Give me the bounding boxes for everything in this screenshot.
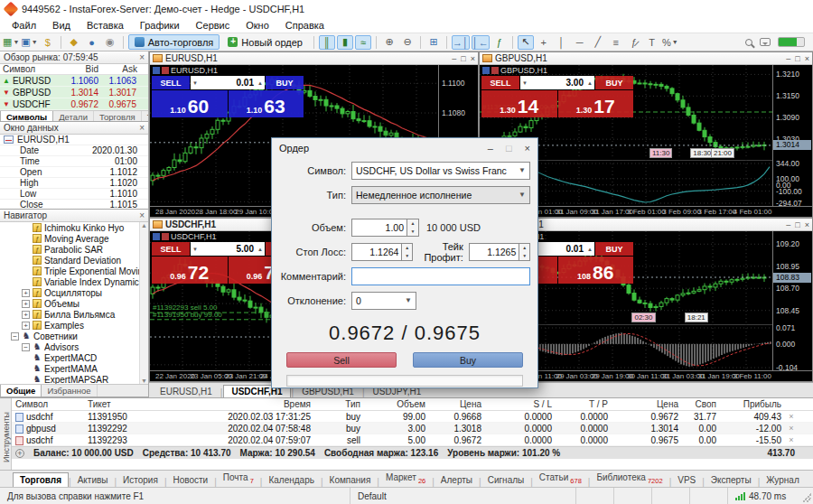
menu-item[interactable]: Окно (238, 19, 277, 32)
market-watch-tab-детали[interactable]: Детали (53, 111, 94, 122)
minimize-icon[interactable]: – (786, 220, 790, 229)
price-axis[interactable]: 1.32101.31501.30901.30301.3014344.00100.… (772, 65, 812, 206)
depth-of-market-icon[interactable] (482, 67, 490, 74)
dialog-close-icon[interactable]: × (525, 143, 530, 154)
tile-windows-icon[interactable]: ⊞ (425, 35, 442, 50)
close-position-icon[interactable]: × (785, 435, 798, 444)
stoploss-stepper[interactable]: ▲▼ (402, 243, 413, 261)
statusbar-profile[interactable]: Default (350, 488, 575, 504)
maximize-icon[interactable]: □ (461, 54, 465, 63)
order-type-select[interactable]: Немедленное исполнение▼ (351, 186, 530, 204)
chart-tab-eurusd[interactable]: EURUSD,H1 (153, 386, 220, 397)
sell-price[interactable]: 1.3014 (481, 90, 557, 117)
volume-value[interactable]: 3.00 (529, 78, 585, 88)
cursor-icon[interactable]: ↖ (518, 35, 534, 50)
buy-button[interactable]: BUY (595, 242, 633, 256)
menu-item[interactable]: Файл (4, 19, 44, 32)
toolbox-tab-эксперты[interactable]: Эксперты (705, 473, 758, 487)
expand-icon[interactable]: + (22, 322, 30, 330)
maximize-icon[interactable]: □ (795, 54, 799, 63)
line-chart-icon[interactable]: ≈ (355, 35, 371, 50)
depth-of-market-icon[interactable] (153, 233, 160, 240)
collapse-icon[interactable]: − (22, 343, 30, 351)
price-axis[interactable]: 109.20108.95108.70108.45108.830.0710.000… (772, 231, 812, 370)
column-header[interactable]: Время (174, 399, 314, 409)
column-header[interactable]: Тип (314, 399, 364, 409)
comment-input[interactable] (351, 267, 530, 285)
volume-down-icon[interactable]: ▼ (191, 247, 200, 252)
navigator-item[interactable]: ƒVariable Index Dynamic A (0, 276, 148, 287)
sell-price[interactable]: 1.1060 (152, 90, 228, 117)
column-header[interactable]: Символ (12, 399, 84, 409)
navigator-item[interactable]: ♞ExpertMACD (0, 352, 148, 363)
expand-icon[interactable]: + (22, 289, 30, 297)
column-header[interactable]: Цена (429, 399, 485, 409)
one-click-icon[interactable] (162, 67, 169, 74)
menu-item[interactable]: Сервис (188, 19, 238, 32)
signals-icon[interactable]: ◉ (102, 35, 118, 50)
market-watch-row[interactable]: ▼GBPUSD1.30141.3017 (0, 87, 148, 98)
toolbox-tab-компания[interactable]: Компания (323, 473, 378, 487)
profiles-icon[interactable]: ▣▼ (21, 35, 37, 50)
navigator-item[interactable]: +ƒОбъемы (0, 298, 148, 309)
hline-icon[interactable]: ─ (572, 35, 588, 50)
sell-price[interactable]: 0.9672 (152, 257, 228, 284)
buy-price[interactable]: 10886 (558, 257, 634, 284)
candles-chart-icon[interactable]: ▮ (337, 35, 353, 50)
resize-grip[interactable] (802, 493, 811, 502)
column-header[interactable]: Прибыль (720, 399, 785, 409)
depth-of-market-icon[interactable] (153, 67, 160, 74)
market-watch-row[interactable]: ▼USDCHF0.96720.9675 (0, 98, 148, 110)
toolbox-tab-алерты[interactable]: Алерты (435, 473, 479, 487)
volume-up-icon[interactable]: ▲ (585, 247, 594, 252)
close-position-icon[interactable]: × (785, 424, 798, 433)
navigator-tab-common[interactable]: Общие (0, 384, 42, 397)
symbol-select[interactable]: USDCHF, US Dollar vs Swiss Franc▼ (351, 162, 530, 180)
buy-price[interactable]: 1.3017 (558, 90, 634, 117)
navigator-item[interactable]: +ƒОсцилляторы (0, 287, 148, 298)
takeprofit-stepper[interactable]: ▲▼ (519, 243, 530, 261)
navigator-item[interactable]: ƒMoving Average (0, 233, 148, 244)
sell-button[interactable]: SELL (481, 76, 519, 89)
market-watch-icon[interactable]: $ (40, 35, 56, 50)
toolbox-tab-маркет[interactable]: Маркет 26 (379, 471, 432, 487)
zoom-in-icon[interactable]: ⊕ (381, 35, 397, 50)
navigator-item[interactable]: +ƒБилла Вильямса (0, 309, 148, 320)
menu-item[interactable]: Справка (277, 19, 332, 32)
expand-icon[interactable]: + (22, 300, 30, 308)
volume-down-icon[interactable]: ▼ (520, 80, 529, 86)
navigator-item[interactable]: +ƒExamples (0, 320, 148, 331)
data-window-symbol-row[interactable]: EURUSD,H1 (0, 135, 148, 145)
close-position-icon[interactable]: × (785, 412, 798, 421)
one-click-icon[interactable] (491, 67, 499, 74)
strategy-tester-button[interactable]: Тестер стратегий (806, 463, 813, 487)
toolbox-tab-почта[interactable]: Почта 7 (217, 471, 260, 487)
deviation-select[interactable]: 0▼ (351, 292, 416, 310)
close-icon[interactable]: × (471, 54, 475, 63)
sell-button[interactable]: SELL (152, 76, 190, 89)
volume-value[interactable]: 5.00 (200, 244, 256, 254)
volume-stepper[interactable]: ▲▼ (407, 219, 419, 237)
market-watch-tab-символы[interactable]: Символы (0, 110, 53, 122)
toolbox-tab-библиотека[interactable]: Библиотека 7202 (590, 471, 668, 487)
stoploss-input[interactable]: 1.1264 (351, 243, 402, 261)
one-click-icon[interactable] (162, 233, 169, 240)
text-icon[interactable]: T (644, 35, 660, 50)
vline-icon[interactable]: │ (554, 35, 570, 50)
channel-icon[interactable]: ≡ (608, 35, 624, 50)
close-icon[interactable]: × (139, 210, 145, 220)
chart-window-titlebar[interactable]: GBPUSD,H1–□× (480, 52, 812, 65)
navigator-item[interactable]: −♞Advisors (0, 341, 148, 352)
column-header[interactable]: Тикет (84, 399, 174, 409)
navigator-item[interactable]: ♞ExpertMAMA (0, 363, 148, 374)
arrows-icon[interactable]: %▼ (662, 35, 678, 50)
fibo-icon[interactable]: ƒ̷ (626, 35, 642, 50)
market-watch-row[interactable]: ▲EURUSD1.10601.1063 (0, 75, 148, 87)
volume-value[interactable]: 0.01 (200, 78, 256, 88)
volume-input[interactable]: 1.00 (351, 219, 407, 237)
toolbox-tab-активы[interactable]: Активы (71, 473, 115, 487)
menu-item[interactable]: Вид (44, 19, 79, 32)
expand-balance-icon[interactable]: + (15, 449, 24, 458)
minimize-icon[interactable]: – (452, 54, 456, 63)
collapse-icon[interactable]: − (11, 332, 19, 341)
